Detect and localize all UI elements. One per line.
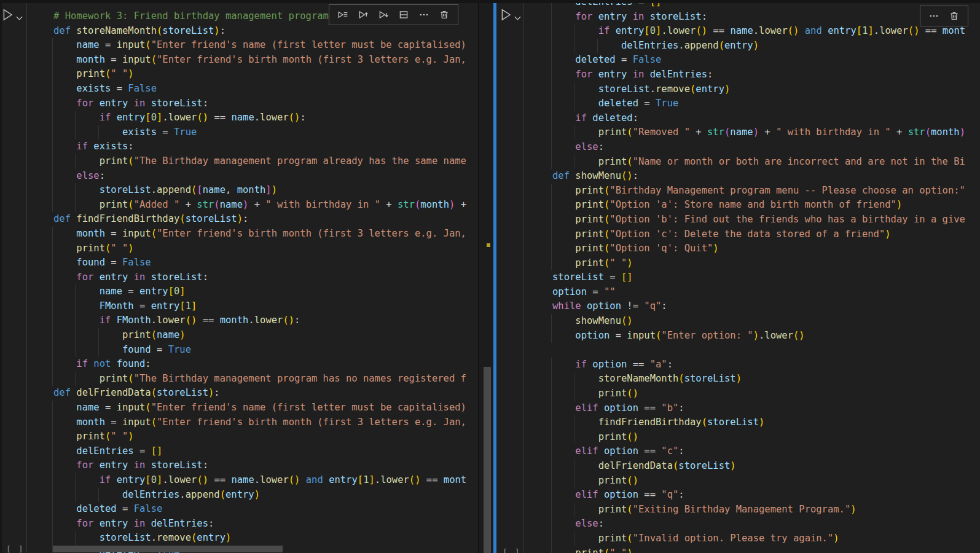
code-line[interactable]: else: <box>552 517 980 531</box>
code-line[interactable]: month = input("Enter friend's birth mont… <box>53 53 478 68</box>
code-line[interactable]: for entry in delEntries: <box>552 68 980 82</box>
delete-cell-button[interactable] <box>436 7 452 23</box>
code-line[interactable]: findFriendBirthday(storeList) <box>552 415 980 430</box>
code-line[interactable]: for entry in storeList: <box>552 10 980 25</box>
code-line[interactable]: for entry in storeList: <box>53 458 478 473</box>
code-line[interactable]: print() <box>552 430 980 445</box>
code-line[interactable]: deleted = False <box>53 502 478 517</box>
run-below-button[interactable] <box>375 7 391 23</box>
code-line[interactable]: print(" ") <box>552 256 980 271</box>
code-line[interactable]: print("Birthday Management program menu … <box>552 184 980 198</box>
code-line[interactable]: else: <box>552 140 980 155</box>
code-line[interactable]: def storeNameMonth(storeList): <box>53 24 478 39</box>
code-line[interactable]: print(" ") <box>552 546 980 553</box>
code-line[interactable]: elif option == "b": <box>552 401 980 416</box>
indent-guide <box>551 329 552 343</box>
code-line[interactable]: storeList = [] <box>552 270 980 285</box>
code-line[interactable]: def findFriendBirthday(storeList): <box>53 212 478 227</box>
code-line[interactable]: FMonth = entry[1] <box>53 299 478 314</box>
indent-guide <box>52 227 53 241</box>
code-editor[interactable]: # Homework 3: Friend birthday management… <box>53 9 478 553</box>
code-line[interactable]: delEntries.append(entry) <box>552 39 980 53</box>
more-actions-button[interactable] <box>926 8 942 24</box>
code-line[interactable]: print(" ") <box>53 67 478 82</box>
code-line[interactable]: delEntries = [] <box>53 444 478 459</box>
code-line[interactable]: print(" ") <box>53 241 478 256</box>
code-line[interactable]: print("Added " + str(name) + " with birt… <box>53 198 478 213</box>
split-cell-button[interactable] <box>396 7 412 23</box>
code-line[interactable]: deleted = True <box>552 96 980 111</box>
code-line[interactable]: print("The Birthday management program h… <box>53 372 478 386</box>
code-line[interactable]: storeNameMonth(storeList) <box>552 372 980 386</box>
code-line[interactable]: else: <box>53 169 478 184</box>
code-line[interactable]: print("Invalid option. Please try again.… <box>552 531 980 546</box>
indent-guide <box>551 474 552 488</box>
code-line[interactable]: print("Option 'c': Delete the data store… <box>552 227 980 242</box>
code-line[interactable]: storeList.append([name, month]) <box>53 183 478 198</box>
left-edge <box>0 0 2 553</box>
code-line[interactable]: print("Name or month or both are incorre… <box>552 155 980 170</box>
code-line[interactable]: if exists: <box>53 139 478 154</box>
code-line[interactable]: deleted = False <box>552 53 980 68</box>
code-line[interactable]: print("Option 'a': Store name and birth … <box>552 198 980 213</box>
code-line[interactable]: if deleted: <box>552 111 980 126</box>
code-line[interactable]: print(name) <box>53 328 478 343</box>
code-line[interactable]: showMenu() <box>552 314 980 329</box>
code-line[interactable]: if entry[0].lower() == name.lower() and … <box>53 473 478 488</box>
delete-cell-button[interactable] <box>946 8 962 24</box>
code-line[interactable]: print("Exiting Birthday Management Progr… <box>552 503 980 517</box>
code-line[interactable]: month = input("Enter friend's birth mont… <box>53 415 478 430</box>
code-line[interactable]: option = input("Enter option: ").lower() <box>552 329 980 343</box>
code-line[interactable]: def delFriendData(storeList): <box>53 386 478 401</box>
code-line[interactable]: found = False <box>53 256 478 270</box>
code-line[interactable]: print("Removed " + str(name) + " with bi… <box>552 125 980 140</box>
code-line[interactable]: print("Option 'b': Find out the friends … <box>552 213 980 227</box>
indent-guide <box>551 372 552 386</box>
code-line[interactable]: found = True <box>53 343 478 358</box>
indent-guide <box>52 444 53 459</box>
code-line[interactable] <box>552 343 980 358</box>
more-actions-button[interactable] <box>416 7 432 23</box>
indent-guide <box>574 430 574 445</box>
code-line[interactable]: exists = True <box>53 125 478 140</box>
code-line[interactable]: name = input("Enter friend's name (first… <box>53 401 478 415</box>
code-line[interactable]: if FMonth.lower() == month.lower(): <box>53 313 478 328</box>
code-line[interactable]: delEntries.append(entry) <box>53 488 478 503</box>
editor-sash[interactable] <box>479 0 493 553</box>
code-line[interactable]: for entry in delEntries: <box>53 517 478 531</box>
run-by-line-button[interactable] <box>335 7 351 23</box>
code-line[interactable]: delFriendData(storeList) <box>552 459 980 474</box>
code-line[interactable]: print(" ") <box>53 429 478 444</box>
code-line[interactable]: elif option == "q": <box>552 488 980 503</box>
code-line[interactable]: for entry in storeList: <box>53 270 478 285</box>
code-line[interactable]: print("The Birthday management program a… <box>53 154 478 169</box>
run-cell-button[interactable] <box>2 8 23 23</box>
code-line[interactable]: print() <box>552 386 980 401</box>
code-editor[interactable]: delEntries = [] for entry in storeList: … <box>552 0 980 553</box>
code-line[interactable]: elif option == "c": <box>552 444 980 459</box>
indent-guide <box>574 531 574 546</box>
code-line[interactable]: option = "" <box>552 285 980 300</box>
code-line[interactable]: if entry[0].lower() == name.lower(): <box>53 111 478 125</box>
horizontal-scrollbar[interactable] <box>53 546 283 552</box>
run-above-button[interactable] <box>355 7 371 23</box>
code-line[interactable]: if entry[0].lower() == name.lower() and … <box>552 24 980 39</box>
indent-guide <box>551 517 552 531</box>
run-cell-button[interactable] <box>500 8 521 23</box>
code-line[interactable]: while option != "q": <box>552 299 980 314</box>
vertical-scrollbar[interactable] <box>484 367 491 553</box>
indent-guide <box>551 227 552 242</box>
code-line[interactable]: month = input("Enter friend's birth mont… <box>53 227 478 241</box>
code-line[interactable]: for entry in storeList: <box>53 96 478 111</box>
indent-guide <box>52 488 53 503</box>
code-line[interactable]: storeList.remove(entry) <box>552 82 980 97</box>
code-line[interactable]: def showMenu(): <box>552 169 980 184</box>
code-line[interactable]: print("Option 'q': Quit") <box>552 241 980 256</box>
code-line[interactable]: print() <box>552 474 980 488</box>
code-line[interactable]: name = entry[0] <box>53 284 478 299</box>
code-line[interactable]: if option == "a": <box>552 358 980 372</box>
code-line[interactable]: name = input("Enter friend's name (first… <box>53 38 478 53</box>
code-line[interactable]: storeList.remove(entry) <box>53 531 478 546</box>
code-line[interactable]: if not found: <box>53 357 478 372</box>
code-line[interactable]: exists = False <box>53 82 478 96</box>
